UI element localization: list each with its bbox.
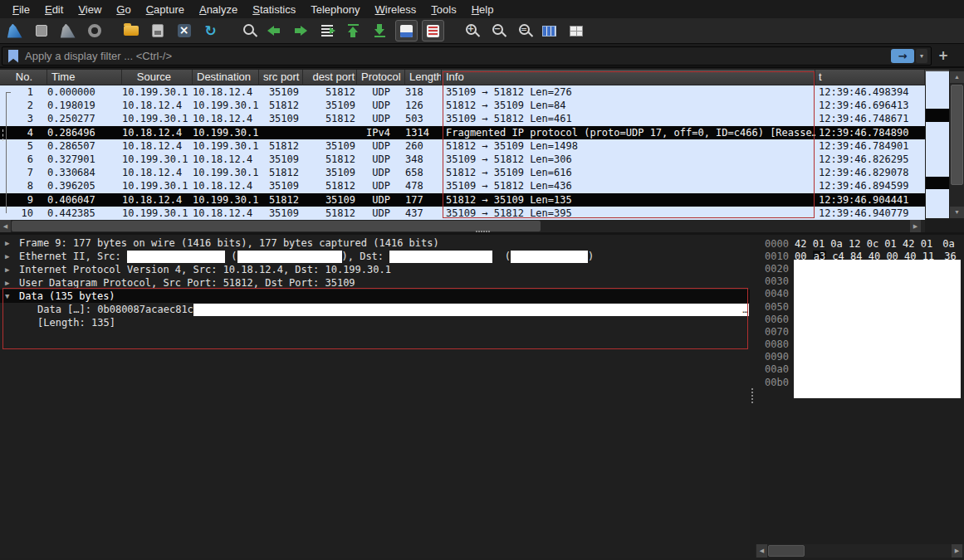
- hex-offset: 0020: [758, 263, 789, 275]
- cell-dst: 10.199.30.1: [193, 127, 259, 139]
- column-header-t[interactable]: t: [815, 70, 925, 85]
- splitter-handle-icon[interactable]: [476, 231, 490, 232]
- column-header-no[interactable]: No.: [0, 70, 47, 85]
- scroll-right-icon[interactable]: [910, 220, 921, 232]
- horizontal-scroll-thumb[interactable]: [768, 545, 805, 557]
- column-header-info[interactable]: Info: [442, 70, 815, 85]
- menu-statistics[interactable]: Statistics: [245, 2, 303, 17]
- go-to-packet-button[interactable]: [316, 20, 338, 41]
- packet-row-9[interactable]: 90.40604710.18.12.410.199.30.15181235109…: [0, 193, 925, 207]
- menu-edit[interactable]: Edit: [37, 2, 71, 17]
- colorize-button[interactable]: [422, 20, 444, 41]
- column-header-dport[interactable]: dest port: [303, 70, 357, 85]
- close-file-button[interactable]: [173, 20, 195, 41]
- cell-dport: 51812: [303, 207, 357, 219]
- display-filter-input[interactable]: [25, 50, 891, 62]
- horizontal-scroll-thumb[interactable]: [12, 221, 541, 231]
- apply-filter-button[interactable]: →: [891, 49, 914, 63]
- go-first-button[interactable]: [342, 20, 365, 41]
- scroll-right-icon[interactable]: [952, 544, 962, 558]
- scroll-left-icon[interactable]: [756, 544, 767, 558]
- scroll-down-icon[interactable]: [950, 207, 964, 218]
- menu-telephony[interactable]: Telephony: [303, 2, 367, 17]
- packet-row-5[interactable]: 50.28650710.18.12.410.199.30.15181235109…: [0, 139, 925, 153]
- start-capture-button[interactable]: [3, 20, 26, 41]
- go-back-button[interactable]: [262, 20, 285, 41]
- resize-columns-icon: [570, 26, 583, 37]
- packet-row-1[interactable]: 10.00000010.199.30.110.18.12.43510951812…: [0, 85, 925, 99]
- save-file-button[interactable]: [146, 20, 169, 41]
- menu-help[interactable]: Help: [464, 2, 502, 17]
- menu-capture[interactable]: Capture: [139, 2, 192, 17]
- menu-go[interactable]: Go: [109, 2, 138, 17]
- reload-button[interactable]: [199, 20, 222, 41]
- packet-row-4[interactable]: 40.28649610.18.12.410.199.30.1IPv41314Fr…: [0, 126, 925, 139]
- capture-options-button[interactable]: [83, 20, 105, 41]
- find-packet-button[interactable]: [236, 20, 258, 41]
- menu-wireless[interactable]: Wireless: [368, 2, 424, 17]
- detail-line[interactable]: ▶Internet Protocol Version 4, Src: 10.18…: [0, 263, 750, 276]
- menu-view[interactable]: View: [71, 2, 109, 17]
- go-forward-button[interactable]: [289, 20, 311, 41]
- zoom-out-button[interactable]: [485, 20, 507, 41]
- scroll-up-icon[interactable]: [950, 71, 964, 83]
- cell-dst: 10.199.30.1: [193, 140, 259, 152]
- column-header-time[interactable]: Time: [47, 70, 122, 85]
- packet-row-8[interactable]: 80.39620510.199.30.110.18.12.43510951812…: [0, 179, 925, 192]
- detail-line[interactable]: Data […]: 0b080087acaec81c…: [0, 303, 750, 316]
- display-filter-field[interactable]: → ▾: [2, 46, 932, 66]
- add-filter-button[interactable]: +: [937, 49, 950, 62]
- cell-proto: UDP: [357, 100, 405, 111]
- adjust-columns-button[interactable]: [538, 20, 560, 41]
- auto-scroll-button[interactable]: [395, 20, 418, 41]
- open-file-button[interactable]: [120, 20, 142, 41]
- hex-line[interactable]: 000042 01 0a 12 0c 01 42 010a: [758, 237, 964, 250]
- packet-row-3[interactable]: 30.25027710.199.30.110.18.12.43510951812…: [0, 112, 925, 125]
- menu-file[interactable]: File: [5, 2, 37, 17]
- expand-arrow-icon[interactable]: ▶: [5, 239, 19, 247]
- stop-capture-button[interactable]: [30, 20, 52, 41]
- restart-capture-button[interactable]: [56, 20, 79, 41]
- column-header-src[interactable]: Source: [122, 70, 193, 85]
- scroll-left-icon[interactable]: [0, 220, 11, 232]
- detail-line[interactable]: [Length: 135]: [0, 316, 750, 329]
- expand-arrow-icon[interactable]: ▶: [5, 265, 19, 274]
- packet-row-2[interactable]: 20.19801910.18.12.410.199.30.15181235109…: [0, 99, 925, 112]
- column-header-sport[interactable]: src port: [259, 70, 303, 85]
- filter-dropdown-caret-icon[interactable]: ▾: [916, 49, 927, 63]
- resize-columns-button[interactable]: [565, 20, 587, 41]
- cell-proto: UDP: [357, 194, 405, 206]
- detail-line[interactable]: ▼Data (135 bytes): [0, 290, 750, 303]
- hex-offset: 0040: [758, 288, 789, 299]
- collapse-arrow-icon[interactable]: ▼: [5, 292, 19, 300]
- intelligent-scrollbar-minimap[interactable]: [926, 71, 949, 218]
- detail-line[interactable]: ▶User Datagram Protocol, Src Port: 51812…: [0, 276, 750, 290]
- go-last-button[interactable]: [369, 20, 391, 41]
- packet-row-7[interactable]: 70.33068410.18.12.410.199.30.15181235109…: [0, 166, 925, 179]
- expand-arrow-icon[interactable]: ▶: [5, 279, 19, 287]
- menu-tools[interactable]: Tools: [423, 2, 463, 17]
- packet-row-6[interactable]: 60.32790110.199.30.110.18.12.43510951812…: [0, 153, 925, 166]
- cell-info: 35109 → 51812 Len=276: [442, 86, 815, 98]
- column-header-len[interactable]: Length: [405, 70, 442, 85]
- menu-analyze[interactable]: Analyze: [192, 2, 245, 17]
- expand-arrow-icon[interactable]: ▶: [5, 252, 19, 261]
- packet-row-10[interactable]: 100.44238510.199.30.110.18.12.4351095181…: [0, 207, 925, 220]
- filter-bookmark-icon[interactable]: [8, 50, 18, 63]
- cell-dport: 35109: [303, 100, 357, 111]
- column-header-proto[interactable]: Protocol: [357, 70, 405, 85]
- zoom-in-button[interactable]: [458, 20, 481, 41]
- cell-proto: UDP: [357, 167, 405, 178]
- cell-dport: 35109: [303, 140, 357, 152]
- detail-line[interactable]: ▶Frame 9: 177 bytes on wire (1416 bits),…: [0, 236, 750, 250]
- cell-len: 348: [405, 153, 442, 165]
- column-header-dst[interactable]: Destination: [193, 70, 259, 85]
- detail-line[interactable]: ▶Ethernet II, Src: (), Dst: (): [0, 250, 750, 263]
- vertical-scroll-thumb[interactable]: [951, 85, 963, 185]
- packet-list-vertical-scrollbar[interactable]: [950, 71, 964, 218]
- cell-dst: 10.18.12.4: [193, 153, 259, 165]
- zoom-original-button[interactable]: [511, 20, 534, 41]
- packet-list-horizontal-scrollbar[interactable]: [0, 220, 925, 232]
- splitter-handle-icon[interactable]: [751, 388, 753, 403]
- bytes-horizontal-scrollbar[interactable]: [756, 544, 964, 558]
